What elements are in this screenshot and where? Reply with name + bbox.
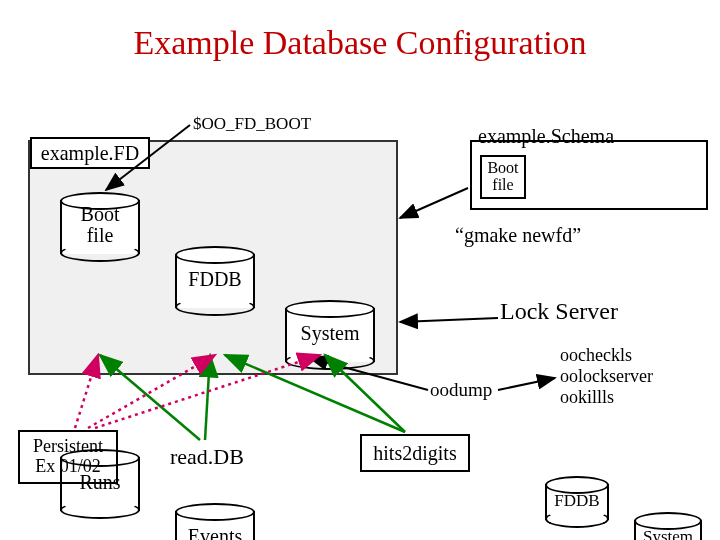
db-system-left: System	[285, 308, 375, 362]
db-fddb-left-label: FDDB	[188, 269, 241, 290]
db-system-left-label: System	[301, 323, 360, 344]
tools-list: oochecklsoolockserverookillls	[560, 345, 653, 408]
persistent-label: PersistentEx 01/02	[33, 437, 103, 477]
db-fddb-right: FDDB	[545, 484, 609, 520]
db-fddb-left: FDDB	[175, 254, 255, 308]
oodump-label: oodump	[430, 380, 492, 401]
db-bootfile-left: Bootfile	[60, 200, 140, 254]
example-fd-title-box: example.FD	[30, 137, 150, 169]
hits-box: hits2digits	[360, 434, 470, 472]
db-system-right-label: System	[643, 528, 693, 540]
db-bootfile-left-label: Bootfile	[65, 204, 135, 246]
example-schema-title: example.Schema	[478, 125, 614, 147]
hits-label: hits2digits	[373, 442, 456, 464]
schema-boot-box: Bootfile	[480, 155, 526, 199]
db-events: Events	[175, 511, 255, 540]
svg-line-2	[400, 318, 498, 322]
svg-line-4	[498, 378, 555, 390]
db-system-right: System	[634, 520, 702, 540]
db-events-label: Events	[188, 526, 242, 540]
env-var-label: $OO_FD_BOOT	[193, 115, 311, 134]
lock-server-label: Lock Server	[500, 298, 618, 324]
example-fd-title: example.FD	[41, 142, 139, 164]
persistent-box: PersistentEx 01/02	[18, 430, 118, 484]
gmake-label: “gmake newfd”	[455, 224, 581, 246]
page-title: Example Database Configuration	[0, 24, 720, 62]
db-fddb-right-label: FDDB	[554, 492, 599, 510]
svg-line-1	[400, 188, 468, 218]
schema-boot-label: Bootfile	[487, 160, 518, 194]
readdb-label: read.DB	[170, 445, 244, 469]
